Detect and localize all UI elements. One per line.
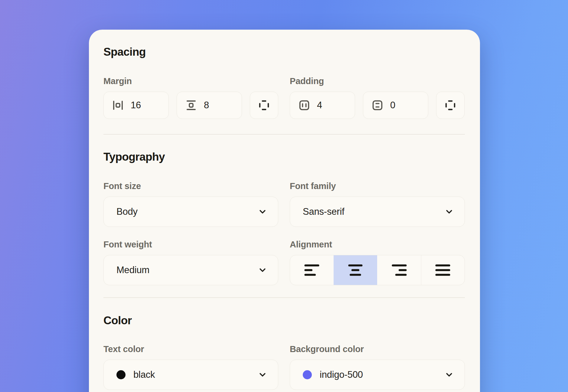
align-right-icon (390, 261, 409, 279)
background-color-value: indigo-500 (320, 369, 444, 380)
margin-label: Margin (103, 76, 278, 87)
typography-row-2: Font weight Medium Alignment (103, 239, 465, 285)
margin-individual-sides-icon (258, 99, 270, 112)
font-weight-label: Font weight (103, 239, 278, 250)
font-size-label: Font size (103, 181, 278, 191)
align-justify-icon (433, 261, 452, 279)
background-color-field: Background color indigo-500 (290, 344, 465, 390)
align-left-icon (302, 261, 321, 279)
chevron-down-icon (257, 370, 268, 380)
margin-vertical-value: 8 (204, 100, 209, 111)
align-justify-button[interactable] (421, 255, 465, 285)
padding-individual-sides-button[interactable] (436, 92, 465, 119)
typography-section-title: Typography (103, 150, 465, 164)
alignment-field: Alignment (290, 239, 465, 285)
padding-vertical-icon (371, 99, 384, 112)
section-divider (103, 297, 465, 298)
font-family-dropdown[interactable]: Sans-serif (290, 197, 465, 227)
padding-vertical-input[interactable]: 0 (363, 92, 428, 119)
padding-individual-sides-icon (444, 99, 457, 112)
font-weight-field: Font weight Medium (103, 239, 278, 285)
padding-label: Padding (290, 76, 465, 87)
text-color-value: black (133, 369, 257, 380)
font-size-field: Font size Body (103, 181, 278, 227)
text-color-label: Text color (103, 344, 278, 354)
align-center-icon (346, 261, 365, 279)
background-color-swatch (303, 370, 312, 379)
margin-vertical-icon (185, 99, 197, 112)
margin-horizontal-value: 16 (131, 100, 141, 111)
alignment-label: Alignment (290, 239, 465, 250)
text-color-dropdown[interactable]: black (103, 360, 278, 390)
typography-row-1: Font size Body Font family Sans-serif (103, 181, 465, 227)
font-weight-value: Medium (116, 265, 257, 276)
padding-inputs: 4 0 (290, 92, 465, 119)
chevron-down-icon (444, 370, 454, 380)
font-size-value: Body (116, 206, 257, 217)
margin-vertical-input[interactable]: 8 (177, 92, 242, 119)
align-center-button[interactable] (334, 255, 377, 285)
font-family-label: Font family (290, 181, 465, 191)
background-color-dropdown[interactable]: indigo-500 (290, 360, 465, 390)
chevron-down-icon (444, 207, 454, 217)
margin-individual-sides-button[interactable] (250, 92, 278, 119)
font-size-dropdown[interactable]: Body (103, 197, 278, 227)
align-left-button[interactable] (290, 255, 334, 285)
padding-horizontal-value: 4 (317, 100, 322, 111)
padding-horizontal-input[interactable]: 4 (290, 92, 355, 119)
color-section-title: Color (103, 314, 465, 327)
margin-inputs: 16 8 (103, 92, 278, 119)
section-divider (103, 134, 465, 135)
alignment-segmented-control (290, 255, 465, 285)
chevron-down-icon (257, 207, 268, 217)
spacing-section-title: Spacing (103, 45, 465, 59)
font-family-field: Font family Sans-serif (290, 181, 465, 227)
margin-field: Margin 16 (103, 76, 278, 119)
text-color-field: Text color black (103, 344, 278, 390)
background-color-label: Background color (290, 344, 465, 354)
text-color-swatch (116, 370, 126, 379)
padding-horizontal-icon (298, 99, 311, 112)
align-right-button[interactable] (377, 255, 421, 285)
style-editor-panel: Spacing Margin 16 (89, 30, 480, 392)
chevron-down-icon (257, 265, 268, 275)
padding-field: Padding 4 (290, 76, 465, 119)
spacing-section: Margin 16 (103, 76, 465, 119)
font-family-value: Sans-serif (303, 206, 444, 217)
font-weight-dropdown[interactable]: Medium (103, 255, 278, 285)
margin-horizontal-icon (112, 99, 124, 112)
color-row: Text color black Background color indigo… (103, 344, 465, 390)
margin-horizontal-input[interactable]: 16 (103, 92, 169, 119)
padding-vertical-value: 0 (390, 100, 395, 111)
